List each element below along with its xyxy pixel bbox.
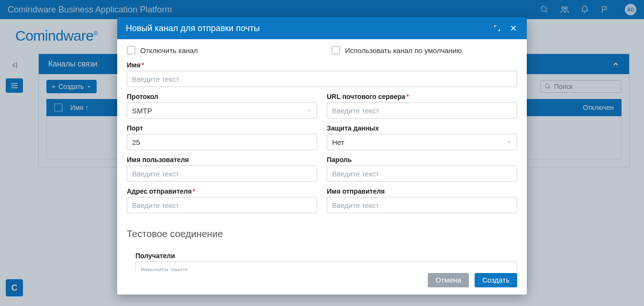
protocol-value: SMTP — [132, 107, 152, 115]
name-label: Имя* — [127, 61, 517, 69]
use-default-checkbox[interactable] — [332, 46, 340, 55]
password-input[interactable] — [327, 165, 517, 182]
recipients-label: Получатели — [135, 252, 517, 260]
modal-title: Новый канал для отправки почты — [126, 23, 486, 33]
username-label: Имя пользователя — [127, 156, 317, 164]
close-icon[interactable] — [509, 23, 518, 33]
modal-header: Новый канал для отправки почты — [117, 17, 527, 39]
create-button[interactable]: Создать — [475, 273, 517, 287]
from-addr-label: Адрес отправителя* — [127, 187, 317, 195]
expand-icon[interactable] — [492, 23, 502, 33]
port-input[interactable] — [127, 134, 317, 150]
modal-body: Отключить канал Использовать канал по ум… — [117, 39, 527, 271]
protocol-label: Протокол — [127, 93, 317, 100]
url-input[interactable] — [327, 102, 517, 119]
use-default-label: Использовать канал по умолчанию — [345, 46, 462, 55]
port-label: Порт — [127, 124, 317, 132]
chevron-down-icon — [506, 139, 512, 145]
modal: Новый канал для отправки почты Отключить… — [117, 17, 527, 295]
modal-footer: Отмена Создать — [117, 271, 527, 295]
protection-label: Защита данных — [327, 124, 517, 132]
disable-channel-label: Отключить канал — [140, 46, 198, 55]
protocol-select[interactable]: SMTP — [127, 102, 317, 119]
protection-value: Нет — [332, 138, 344, 146]
modal-overlay: Новый канал для отправки почты Отключить… — [0, 0, 644, 306]
chevron-down-icon — [306, 108, 312, 113]
test-connection-title: Тестовое соединение — [127, 229, 517, 240]
recipients-input[interactable] — [135, 262, 517, 271]
name-input[interactable] — [127, 71, 517, 87]
url-label: URL почтового сервера* — [327, 93, 517, 100]
from-name-label: Имя отправителя — [327, 187, 517, 195]
username-input[interactable] — [127, 165, 317, 182]
protection-select[interactable]: Нет — [327, 134, 517, 150]
from-name-input[interactable] — [327, 197, 517, 213]
from-addr-input[interactable] — [127, 197, 317, 213]
password-label: Пароль — [327, 156, 517, 164]
cancel-button[interactable]: Отмена — [428, 273, 469, 287]
disable-channel-checkbox[interactable] — [127, 46, 135, 55]
